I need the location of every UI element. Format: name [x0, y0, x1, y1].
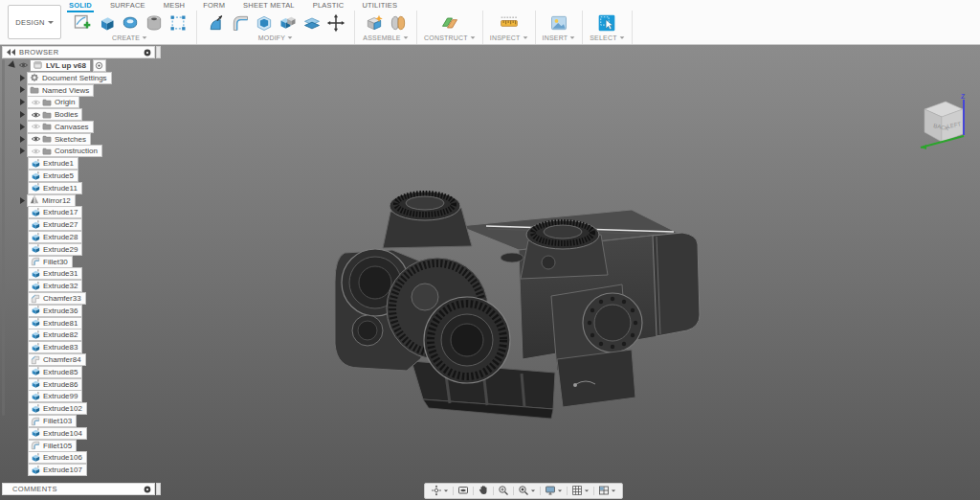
design-workspace-selector[interactable]: DESIGN — [8, 5, 61, 39]
viewports-icon — [598, 483, 610, 500]
tree-row: Extrude107 — [2, 464, 222, 476]
tree-row: Origin — [2, 96, 222, 108]
browser-panel-resize-handle[interactable] — [156, 46, 161, 58]
expand-arrow-icon[interactable] — [7, 60, 17, 71]
look-at-button[interactable] — [455, 485, 472, 497]
tree-row: Construction — [2, 146, 222, 158]
browser-panel-title: BROWSER — [19, 48, 144, 57]
grid-button[interactable] — [568, 485, 592, 497]
browser-panel-header: BROWSER — [2, 46, 155, 58]
fillet-tool-icon[interactable] — [229, 11, 251, 34]
tree-row: Sketches — [2, 133, 222, 146]
tree-item-named-views[interactable]: Named Views — [27, 84, 94, 97]
zoom-button[interactable] — [495, 485, 512, 497]
expand-arrow-icon[interactable] — [18, 86, 26, 93]
ribbon-group-label-construct[interactable]: CONSTRUCT — [424, 34, 476, 41]
chevron-down-icon — [531, 489, 535, 491]
tree-item-canvases[interactable]: Canvases — [27, 121, 94, 133]
panel-settings-gear-icon[interactable] — [144, 486, 151, 493]
ribbon-group-insert: INSERT — [536, 11, 584, 44]
tree-item-extrude107[interactable]: Extrude107 — [28, 464, 87, 476]
box-frame-icon[interactable] — [167, 11, 189, 34]
expand-arrow-icon[interactable] — [18, 75, 26, 81]
toolbar-separator — [473, 487, 474, 495]
tab-plastic[interactable]: PLASTIC — [311, 0, 346, 11]
ribbon-group-label-insert[interactable]: INSERT — [543, 34, 576, 41]
shell-icon[interactable] — [253, 11, 275, 34]
tab-sheet-metal[interactable]: SHEET METAL — [241, 0, 297, 11]
select-icon[interactable] — [596, 11, 618, 34]
tab-form[interactable]: FORM — [201, 0, 227, 11]
tree-item-origin[interactable]: Origin — [27, 96, 79, 108]
browser-tree: LVL up v68Document SettingsNamed ViewsOr… — [2, 59, 222, 476]
construction-plane-icon[interactable] — [438, 11, 460, 34]
split-body-icon[interactable] — [301, 11, 323, 34]
3d-model-laser-device — [316, 171, 718, 435]
design-workspace-label: DESIGN — [15, 18, 45, 27]
orbit-button[interactable] — [428, 485, 452, 497]
tree-item-sketches[interactable]: Sketches — [27, 133, 91, 146]
ribbon-group-label-select[interactable]: SELECT — [590, 34, 624, 41]
viewports-button[interactable] — [595, 485, 619, 497]
toolbar-separator — [567, 487, 568, 495]
create-sketch-icon[interactable] — [71, 11, 93, 34]
chevron-down-icon — [585, 489, 589, 491]
combine-icon[interactable] — [277, 11, 299, 34]
ribbon-tabs: SOLIDSURFACEMESHFORMSHEET METALPLASTICUT… — [67, 0, 399, 11]
pan-button[interactable] — [475, 485, 492, 497]
chevron-down-icon — [444, 489, 448, 491]
chevron-down-icon — [143, 36, 147, 38]
comments-panel-header[interactable]: COMMENTS — [2, 483, 155, 495]
hole-icon[interactable] — [143, 11, 165, 34]
press-pull-icon[interactable] — [205, 11, 227, 34]
visibility-eye-icon[interactable] — [31, 98, 41, 107]
expand-arrow-icon[interactable] — [18, 136, 26, 143]
visibility-eye-icon[interactable] — [31, 122, 41, 131]
panel-collapse-icon[interactable] — [7, 49, 15, 56]
tree-item-bodies[interactable]: Bodies — [27, 108, 82, 121]
new-component-icon[interactable] — [363, 11, 385, 34]
grid-icon — [571, 483, 583, 500]
tab-surface[interactable]: SURFACE — [108, 0, 147, 11]
activate-component-radio[interactable] — [93, 59, 106, 72]
ribbon-group-create: CREATE — [63, 11, 197, 44]
viewcube[interactable]: BACK LEFT Z — [911, 92, 972, 153]
insert-image-icon[interactable] — [547, 11, 569, 34]
expand-arrow-icon[interactable] — [18, 111, 26, 118]
tab-solid[interactable]: SOLID — [67, 0, 94, 11]
expand-arrow-icon[interactable] — [18, 124, 26, 130]
tree-item-construction[interactable]: Construction — [27, 145, 102, 157]
ribbon-group-label-assemble[interactable]: ASSEMBLE — [363, 34, 408, 41]
tab-utilities[interactable]: UTILITIES — [360, 0, 399, 11]
ribbon-group-modify: MODIFY — [197, 11, 355, 44]
extrude-icon — [31, 462, 40, 479]
measure-icon[interactable] — [498, 11, 520, 34]
revolve-icon[interactable] — [119, 11, 141, 34]
display-settings-button[interactable] — [542, 485, 566, 497]
tree-item-document-settings[interactable]: Document Settings — [27, 72, 112, 84]
expand-arrow-icon[interactable] — [18, 148, 26, 154]
joint-icon[interactable] — [387, 11, 409, 34]
comments-panel-title: COMMENTS — [12, 485, 144, 493]
panel-settings-gear-icon[interactable] — [144, 49, 151, 57]
tree-row: Canvases — [2, 121, 222, 133]
ribbon-group-label-create[interactable]: CREATE — [112, 34, 147, 41]
ribbon-group-label-modify[interactable]: MODIFY — [258, 34, 293, 41]
ribbon-group-label-inspect[interactable]: INSPECT — [490, 34, 528, 41]
fit-button[interactable] — [515, 485, 539, 497]
3d-viewport[interactable]: BACK LEFT Z BROWSER LVL up v68Document S… — [0, 44, 980, 500]
move-icon[interactable] — [324, 11, 346, 34]
visibility-eye-icon[interactable] — [18, 60, 29, 70]
visibility-eye-icon[interactable] — [31, 134, 41, 144]
tab-mesh[interactable]: MESH — [162, 0, 187, 11]
expand-arrow-icon[interactable] — [18, 99, 26, 105]
expand-arrow-icon[interactable] — [18, 197, 26, 204]
visibility-eye-icon[interactable] — [31, 110, 41, 120]
chevron-down-icon — [470, 36, 475, 38]
comments-panel-resize-handle[interactable] — [156, 483, 161, 495]
chevron-down-icon — [612, 489, 615, 491]
look-at-icon — [457, 483, 469, 500]
visibility-eye-icon[interactable] — [31, 147, 41, 156]
extrude-icon[interactable] — [95, 11, 117, 34]
ribbon-group-inspect: INSPECT — [483, 11, 536, 44]
